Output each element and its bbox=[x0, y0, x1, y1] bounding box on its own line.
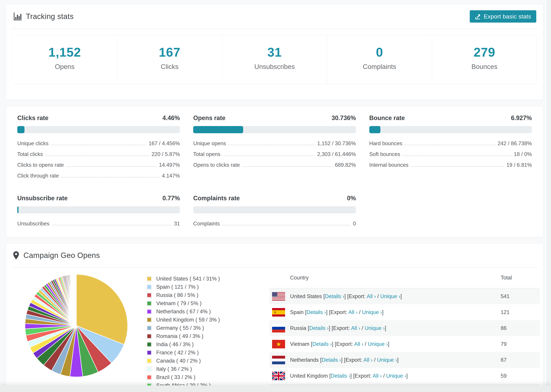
rate-detail-row: Complaints0 bbox=[193, 221, 356, 227]
stat-value: 0 bbox=[327, 45, 432, 60]
stats-summary-row: 1,152Opens167Clicks31Unsubscribes0Compla… bbox=[12, 35, 537, 84]
legend-label: Russia ( 86 / 5% ) bbox=[156, 292, 198, 298]
rate-progress-fill bbox=[369, 126, 381, 133]
gb-flag-icon bbox=[272, 372, 285, 380]
rate-detail-label: Opens to clicks rate bbox=[193, 162, 240, 168]
export-button-label: Export basic stats bbox=[484, 13, 531, 20]
pie-slice bbox=[76, 274, 76, 326]
total-cell: 121 bbox=[501, 309, 540, 315]
rate-rows: Unsubscribes31 bbox=[17, 221, 180, 227]
stat-value: 279 bbox=[432, 45, 537, 60]
export-unique-link[interactable]: Unique › bbox=[362, 309, 382, 315]
export-unique-link[interactable]: Unique › bbox=[368, 341, 388, 347]
rate-value: 4.46% bbox=[162, 114, 180, 122]
rates-grid: Clicks rate4.46%Unique clicks167 / 4.456… bbox=[12, 114, 537, 227]
details-link[interactable]: Details › bbox=[309, 325, 329, 331]
rate-value: 0.77% bbox=[162, 195, 180, 202]
country-name: United Kingdom bbox=[290, 373, 328, 379]
rate-progress-fill bbox=[17, 126, 24, 133]
legend-item-netherlands: Netherlands ( 67 / 4% ) bbox=[147, 308, 256, 315]
rate-detail-row: Total opens2,303 / 61.446% bbox=[193, 151, 356, 157]
page: Tracking stats Export basic stats 1,152O… bbox=[0, 0, 551, 390]
export-unique-link[interactable]: Unique › bbox=[386, 373, 406, 379]
legend-swatch bbox=[147, 366, 152, 372]
rate-progress-track bbox=[17, 126, 180, 133]
rate-rows: Unique clicks167 / 4.456%Total clicks220… bbox=[17, 140, 180, 179]
export-unique-link[interactable]: Unique › bbox=[380, 293, 400, 299]
legend-item-romania: Romania ( 49 / 3% ) bbox=[147, 333, 256, 339]
rate-panel-opens-rate: Opens rate30.736%Unique opens1,152 / 30.… bbox=[193, 114, 356, 179]
rate-detail-row: Hard bounces242 / 86.738% bbox=[369, 140, 532, 147]
export-unique-link[interactable]: Unique › bbox=[365, 325, 385, 331]
geo-table-rows: United States [Details ›] [Export: All ›… bbox=[269, 288, 540, 390]
rate-detail-value: 220 / 5.87% bbox=[152, 151, 180, 157]
geo-table-row-nl: Netherlands [Details ›] [Export: All › /… bbox=[269, 352, 540, 368]
nl-flag-icon bbox=[272, 356, 285, 364]
country-name: Vietnam bbox=[290, 341, 309, 347]
geo-table-row-gb: United Kingdom [Details ›] [Export: All … bbox=[269, 368, 540, 384]
country-cell: Vietnam [Details ›] [Export: All › / Uni… bbox=[290, 341, 389, 347]
stat-cell-complaints: 0Complaints bbox=[327, 35, 432, 84]
details-link[interactable]: Details › bbox=[322, 357, 341, 363]
rate-detail-value: 242 / 86.738% bbox=[498, 140, 532, 147]
details-link[interactable]: Details › bbox=[331, 373, 350, 379]
rate-detail-row: Clicks to opens rate14.497% bbox=[17, 162, 180, 168]
country-column-header: Country bbox=[290, 275, 309, 281]
legend-swatch bbox=[147, 350, 152, 355]
rate-title: Unsubscribe rate bbox=[17, 195, 68, 202]
dotted-leader bbox=[223, 155, 315, 156]
geo-table-row-us: United States [Details ›] [Export: All ›… bbox=[269, 288, 540, 304]
geo-table-header: Country Total bbox=[269, 267, 540, 288]
country-cell: United Kingdom [Details ›] [Export: All … bbox=[290, 373, 408, 379]
details-link[interactable]: Details › bbox=[312, 341, 332, 347]
dotted-leader bbox=[228, 145, 315, 145]
export-all-link[interactable]: All › bbox=[348, 309, 357, 315]
export-all-link[interactable]: All › bbox=[373, 373, 381, 379]
rate-detail-label: Unique opens bbox=[193, 140, 226, 147]
stat-label: Bounces bbox=[432, 63, 537, 70]
geo-pie-legend: United States ( 541 / 31% )Spain ( 121 /… bbox=[147, 267, 256, 389]
export-basic-stats-button[interactable]: Export basic stats bbox=[470, 10, 536, 23]
rate-detail-value: 167 / 4.456% bbox=[149, 140, 180, 147]
export-all-link[interactable]: All › bbox=[363, 357, 373, 363]
legend-item-united-states: United States ( 541 / 31% ) bbox=[147, 276, 256, 282]
rate-rows: Hard bounces242 / 86.738%Soft bounces18 … bbox=[369, 140, 532, 168]
bottom-page-band bbox=[0, 385, 551, 392]
rate-panel-bounce-rate: Bounce rate6.927%Hard bounces242 / 86.73… bbox=[369, 114, 532, 179]
vn-flag-icon bbox=[272, 340, 285, 348]
legend-swatch bbox=[147, 309, 152, 314]
legend-item-india: India ( 46 / 3% ) bbox=[147, 341, 256, 348]
country-cell: Russia [Details ›] [Export: All › / Uniq… bbox=[290, 325, 386, 331]
dotted-leader bbox=[52, 225, 172, 225]
stat-label: Unsubscribes bbox=[222, 63, 327, 70]
tracking-stats-card: Tracking stats Export basic stats 1,152O… bbox=[6, 4, 543, 100]
details-link[interactable]: Details › bbox=[325, 293, 344, 299]
export-all-link[interactable]: All › bbox=[354, 341, 363, 347]
country-cell: United States [Details ›] [Export: All ›… bbox=[290, 293, 402, 300]
vertical-scrollbar[interactable] bbox=[547, 0, 551, 392]
dotted-leader bbox=[242, 166, 333, 167]
ru-flag-icon bbox=[272, 324, 285, 332]
rate-head: Clicks rate4.46% bbox=[17, 114, 180, 122]
dotted-leader bbox=[66, 166, 156, 167]
rate-detail-label: Hard bounces bbox=[369, 140, 402, 147]
export-all-link[interactable]: All › bbox=[351, 325, 360, 331]
stat-cell-bounces: 279Bounces bbox=[432, 35, 537, 84]
export-all-link[interactable]: All › bbox=[367, 293, 376, 299]
geo-table-row-vn: Vietnam [Details ›] [Export: All › / Uni… bbox=[269, 336, 540, 352]
stat-label: Opens bbox=[12, 63, 117, 70]
legend-label: United Kingdom ( 59 / 3% ) bbox=[156, 317, 220, 323]
legend-swatch bbox=[147, 334, 152, 339]
total-cell: 541 bbox=[501, 293, 540, 300]
rate-detail-value: 689.82% bbox=[335, 162, 356, 168]
legend-label: Canada ( 40 / 2% ) bbox=[156, 358, 201, 364]
details-link[interactable]: Details › bbox=[307, 309, 326, 315]
stat-cell-opens: 1,152Opens bbox=[12, 35, 117, 84]
legend-label: India ( 46 / 3% ) bbox=[156, 341, 194, 348]
legend-label: United States ( 541 / 31% ) bbox=[156, 276, 220, 282]
rate-head: Unsubscribe rate0.77% bbox=[17, 195, 180, 202]
export-unique-link[interactable]: Unique › bbox=[377, 357, 397, 363]
geo-pie-chart bbox=[6, 267, 147, 379]
country-name: Spain bbox=[290, 309, 304, 315]
rate-detail-label: Total clicks bbox=[17, 151, 43, 157]
